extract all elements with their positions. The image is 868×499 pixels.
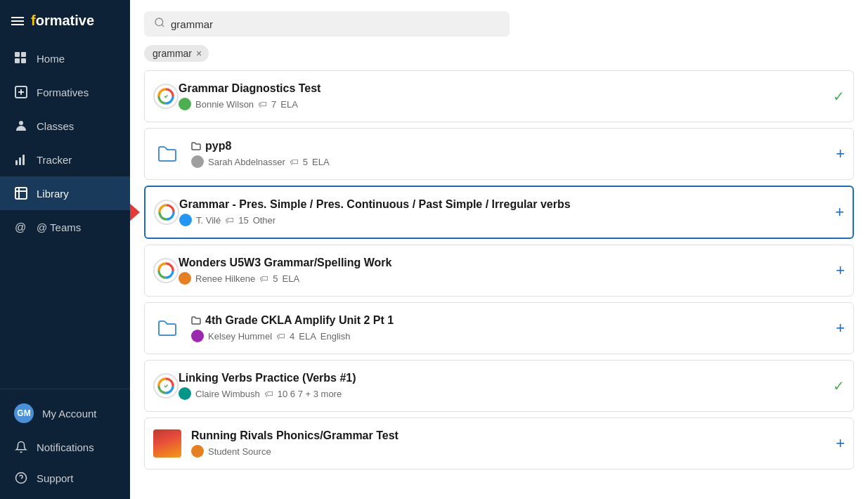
table-row[interactable]: Running Rivals Phonics/Grammar Test Stud…	[144, 417, 854, 469]
author-avatar	[179, 214, 192, 226]
folder-icon	[153, 314, 181, 342]
result-meta: Kelsey Hummel 🏷 4 ELA English	[191, 330, 829, 342]
author-name: Bonnie Wilson	[195, 99, 254, 110]
sidebar-item-tracker[interactable]: Tracker	[0, 143, 130, 176]
subject: ELA	[280, 99, 298, 110]
sidebar-item-library-label: Library	[37, 188, 69, 200]
svg-rect-9	[19, 157, 21, 165]
table-row[interactable]: Wonders U5W3 Grammar/Spelling Work Renee…	[144, 245, 854, 297]
sidebar-item-my-account[interactable]: GM My Account	[0, 395, 130, 432]
add-button[interactable]: +	[835, 203, 844, 221]
tag-icon: 🏷	[264, 389, 273, 399]
result-content: Grammar Diagnostics Test Bonnie Wilson 🏷…	[179, 82, 826, 110]
sidebar-item-classes[interactable]: Classes	[0, 109, 130, 143]
filter-tags: grammar ×	[130, 45, 868, 70]
sidebar-nav: Home Formatives Classes	[0, 41, 130, 389]
result-content: Linking Verbs Practice (Verbs #1) Claire…	[179, 372, 826, 400]
svg-line-18	[162, 25, 164, 27]
sidebar: formative Home	[0, 0, 130, 499]
author-avatar	[191, 445, 204, 458]
svg-rect-1	[21, 52, 26, 57]
tag-icon: 🏷	[259, 273, 268, 284]
add-button[interactable]: +	[836, 319, 845, 337]
tag-icon: 🏷	[225, 215, 234, 226]
search-input[interactable]	[171, 18, 500, 30]
logo: formative	[31, 13, 94, 29]
hamburger-menu[interactable]	[11, 17, 24, 25]
subject: Other	[253, 215, 276, 226]
result-content: Wonders U5W3 Grammar/Spelling Work Renee…	[179, 257, 829, 285]
sidebar-item-formatives-label: Formatives	[37, 86, 89, 98]
support-label: Support	[37, 472, 74, 484]
table-row[interactable]: Linking Verbs Practice (Verbs #1) Claire…	[144, 360, 854, 412]
svg-rect-8	[15, 160, 18, 165]
result-title: Wonders U5W3 Grammar/Spelling Work	[179, 257, 829, 269]
sidebar-item-home-label: Home	[37, 53, 65, 65]
table-row[interactable]: 4th Grade CKLA Amplify Unit 2 Pt 1 Kelse…	[144, 302, 854, 354]
add-button[interactable]: ✓	[833, 88, 845, 105]
svg-point-24	[163, 268, 169, 273]
svg-rect-2	[15, 58, 20, 63]
add-button[interactable]: +	[836, 434, 845, 453]
sidebar-item-support[interactable]: Support	[0, 462, 130, 493]
author-name: Sarah Abdelnasser	[208, 157, 285, 167]
result-meta: T. Vilé 🏷 15 Other	[179, 214, 828, 226]
table-row[interactable]: Grammar - Pres. Simple / Pres. Continuou…	[144, 186, 854, 239]
author-avatar	[179, 387, 191, 400]
sidebar-item-teams[interactable]: @ @ Teams	[0, 210, 130, 244]
result-title: Grammar Diagnostics Test	[179, 82, 826, 95]
grade: 5	[273, 273, 278, 284]
result-title: Running Rivals Phonics/Grammar Test	[191, 429, 829, 442]
subject: ELA	[299, 331, 316, 342]
result-meta: Claire Wimbush 🏷 10 6 7 + 3 more	[179, 387, 826, 400]
filter-tag-close[interactable]: ×	[196, 48, 202, 59]
subject: ELA	[312, 157, 330, 167]
teams-icon: @	[14, 220, 28, 234]
arrow-indicator	[130, 202, 140, 222]
sidebar-item-classes-label: Classes	[37, 120, 74, 132]
sidebar-item-library[interactable]: Library	[0, 176, 130, 210]
table-row[interactable]: pyp8 Sarah Abdelnasser 🏷 5 ELA +	[144, 128, 854, 180]
result-title: 4th Grade CKLA Amplify Unit 2 Pt 1	[191, 314, 829, 327]
author-avatar	[191, 330, 204, 342]
my-account-label: My Account	[42, 408, 97, 420]
subject: ELA	[283, 273, 300, 284]
svg-text:@: @	[15, 221, 26, 233]
grade: 5	[303, 157, 308, 167]
formative-icon	[153, 373, 179, 398]
sidebar-item-notifications[interactable]: Notifications	[0, 432, 130, 462]
svg-rect-3	[21, 58, 26, 63]
result-content: 4th Grade CKLA Amplify Unit 2 Pt 1 Kelse…	[191, 314, 829, 342]
sidebar-item-teams-label: @ Teams	[37, 221, 81, 233]
main-content: grammar × Grammar Diagnostics Test	[130, 0, 868, 499]
tracker-icon	[14, 153, 28, 167]
svg-rect-11	[15, 188, 27, 199]
add-button[interactable]: +	[836, 145, 845, 163]
author-name: Claire Wimbush	[195, 389, 260, 399]
svg-rect-10	[22, 155, 25, 165]
notifications-label: Notifications	[37, 441, 94, 453]
result-meta: Bonnie Wilson 🏷 7 ELA	[179, 98, 826, 110]
sidebar-item-formatives[interactable]: Formatives	[0, 75, 130, 109]
add-button[interactable]: +	[836, 261, 845, 280]
add-button[interactable]: ✓	[833, 377, 845, 394]
result-content: Running Rivals Phonics/Grammar Test Stud…	[191, 429, 829, 458]
search-container	[130, 0, 868, 45]
sidebar-item-tracker-label: Tracker	[37, 154, 72, 166]
author-name: Student Source	[208, 446, 271, 457]
sidebar-item-home[interactable]: Home	[0, 41, 130, 75]
result-title: Linking Verbs Practice (Verbs #1)	[179, 372, 826, 384]
tag-icon: 🏷	[258, 99, 267, 110]
result-meta: Renee Hilkene 🏷 5 ELA	[179, 272, 829, 285]
author-avatar	[179, 272, 191, 285]
subject2: English	[320, 331, 351, 342]
search-icon	[154, 17, 165, 31]
author-name: Renee Hilkene	[195, 273, 255, 284]
filter-tag-grammar[interactable]: grammar ×	[144, 45, 209, 62]
sidebar-bottom: GM My Account Notifications	[0, 389, 130, 499]
author-name: Kelsey Hummel	[208, 331, 272, 342]
formative-icon	[153, 258, 179, 283]
author-name: T. Vilé	[196, 215, 221, 226]
table-row[interactable]: Grammar Diagnostics Test Bonnie Wilson 🏷…	[144, 70, 854, 122]
search-bar[interactable]	[144, 11, 510, 37]
